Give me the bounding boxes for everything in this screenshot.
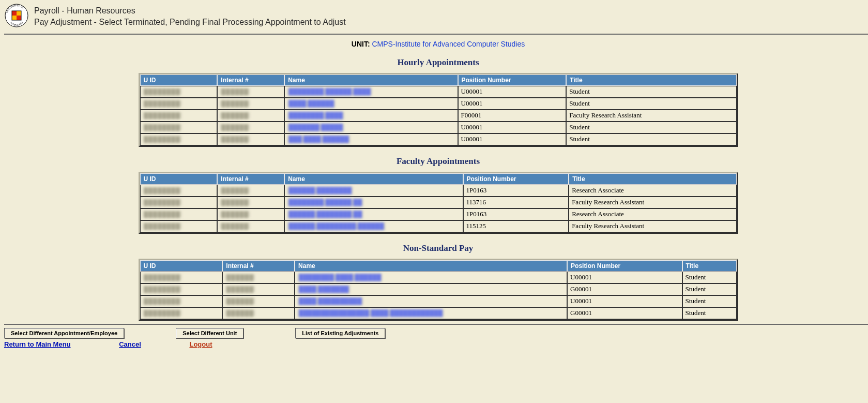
- title-cell: Student: [566, 122, 736, 133]
- internal-cell: ██████: [217, 208, 284, 220]
- internal-cell: ██████: [217, 98, 284, 110]
- table-row: ██████████████████████ ████ ██████U00001…: [140, 272, 737, 283]
- cancel-link[interactable]: Cancel: [119, 340, 141, 348]
- column-header: Position Number: [463, 173, 569, 185]
- divider: [4, 34, 868, 35]
- internal-cell: ██████: [222, 272, 295, 283]
- unit-line: UNIT: CMPS-Institute for Advanced Comput…: [4, 40, 868, 48]
- column-header: U ID: [140, 260, 223, 272]
- page-title-2: Pay Adjustment - Select Terminated, Pend…: [34, 17, 346, 28]
- position-number-cell: U00001: [458, 86, 567, 98]
- position-number-cell: G00001: [567, 283, 682, 295]
- title-cell: Student: [682, 283, 737, 295]
- position-number-cell: 113716: [463, 197, 569, 208]
- position-number-cell: 1P0163: [463, 208, 569, 220]
- table-row: ██████████████████ ███████G00001Student: [140, 283, 737, 295]
- section-heading: Hourly Appointments: [4, 57, 868, 68]
- title-cell: Student: [566, 98, 736, 110]
- internal-cell: ██████: [222, 307, 295, 319]
- column-header: Title: [566, 74, 736, 86]
- name-cell[interactable]: ████████ ██████ ████: [284, 86, 458, 98]
- uid-cell: ████████: [140, 133, 218, 145]
- return-to-main-menu-link[interactable]: Return to Main Menu: [4, 340, 71, 348]
- internal-cell: ██████: [217, 86, 284, 98]
- name-cell[interactable]: ████████ ████: [284, 110, 458, 122]
- table-row: █████████████████████ █████U00001Student: [140, 122, 737, 133]
- page-title-1: Payroll - Human Resources: [34, 5, 346, 17]
- uid-cell: ████████: [140, 86, 218, 98]
- title-cell: Student: [566, 133, 736, 145]
- column-header: U ID: [140, 173, 218, 185]
- column-header: Name: [284, 173, 463, 185]
- university-seal-icon: UNIVERSITY OF MARYLAND: [4, 3, 29, 28]
- position-number-cell: 115125: [463, 220, 569, 232]
- title-cell: Faculty Research Assistant: [569, 220, 736, 232]
- uid-cell: ████████: [140, 110, 218, 122]
- title-cell: Student: [566, 86, 736, 98]
- name-cell[interactable]: ██████ ████████ ██: [284, 208, 463, 220]
- internal-cell: ██████: [217, 220, 284, 232]
- position-number-cell: U00001: [567, 295, 682, 307]
- position-number-cell: G00001: [567, 307, 682, 319]
- title-cell: Student: [682, 272, 737, 283]
- position-number-cell: U00001: [458, 98, 567, 110]
- title-cell: Student: [682, 307, 737, 319]
- uid-cell: ████████: [140, 283, 223, 295]
- name-cell[interactable]: ████████████████ ████ ████████████: [295, 307, 567, 319]
- table-row: █████████████████ ████ ██████U00001Stude…: [140, 133, 737, 145]
- table-row: ████████████████████ ████████1P0163Resea…: [140, 185, 737, 197]
- select-different-unit-button[interactable]: Select Different Unit: [176, 328, 243, 338]
- uid-cell: ████████: [140, 272, 223, 283]
- appointments-table: U IDInternal #NamePosition NumberTitle██…: [139, 172, 738, 234]
- select-different-appointment-button[interactable]: Select Different Appointment/Employee: [4, 328, 124, 338]
- internal-cell: ██████: [217, 133, 284, 145]
- table-row: ████████████████████ █████████ ██████115…: [140, 220, 737, 232]
- name-cell[interactable]: ████████ ██████ ██: [284, 197, 463, 208]
- name-cell[interactable]: ██████ █████████ ██████: [284, 220, 463, 232]
- name-cell[interactable]: ████ ██████: [284, 98, 458, 110]
- svg-rect-5: [12, 16, 17, 20]
- internal-cell: ██████: [217, 197, 284, 208]
- svg-rect-3: [12, 11, 17, 16]
- table-row: ████████████████████ ████████ ██1P0163Re…: [140, 208, 737, 220]
- position-number-cell: U00001: [567, 272, 682, 283]
- title-cell: Faculty Research Assistant: [569, 197, 736, 208]
- column-header: Name: [295, 260, 567, 272]
- internal-cell: ██████: [217, 185, 284, 197]
- section-heading: Faculty Appointments: [4, 156, 868, 167]
- appointments-table: U IDInternal #NamePosition NumberTitle██…: [139, 73, 738, 147]
- column-header: Title: [569, 173, 736, 185]
- table-row: ██████████████████████ ██████ ██113716Fa…: [140, 197, 737, 208]
- title-cell: Research Associate: [569, 208, 736, 220]
- title-cell: Research Associate: [569, 185, 736, 197]
- column-header: Name: [284, 74, 458, 86]
- name-cell[interactable]: ████ ███████: [295, 283, 567, 295]
- column-header: Position Number: [458, 74, 567, 86]
- list-existing-adjustments-button[interactable]: List of Existing Adjustments: [295, 328, 385, 338]
- name-cell[interactable]: ████████ ████ ██████: [295, 272, 567, 283]
- section-heading: Non-Standard Pay: [4, 243, 868, 253]
- internal-cell: ██████: [217, 110, 284, 122]
- unit-link[interactable]: CMPS-Institute for Advanced Computer Stu…: [372, 40, 525, 48]
- divider: [4, 324, 868, 325]
- table-row: ██████████████████████ ██████ ████U00001…: [140, 86, 737, 98]
- svg-rect-6: [17, 16, 21, 20]
- logout-link[interactable]: Logout: [189, 340, 212, 348]
- title-cell: Student: [682, 295, 737, 307]
- column-header: Internal #: [217, 173, 284, 185]
- column-header: Internal #: [217, 74, 284, 86]
- position-number-cell: U00001: [458, 133, 567, 145]
- uid-cell: ████████: [140, 295, 223, 307]
- internal-cell: ██████: [222, 283, 295, 295]
- name-cell[interactable]: ██████ ████████: [284, 185, 463, 197]
- uid-cell: ████████: [140, 220, 218, 232]
- name-cell[interactable]: ███████ █████: [284, 122, 458, 133]
- table-row: ██████████████████ ██████U00001Student: [140, 98, 737, 110]
- table-row: ██████████████████████████████ ████ ████…: [140, 307, 737, 319]
- page-header: UNIVERSITY OF MARYLAND Payroll - Human R…: [4, 2, 868, 28]
- internal-cell: ██████: [217, 122, 284, 133]
- table-row: ██████████████████ ██████████U00001Stude…: [140, 295, 737, 307]
- name-cell[interactable]: ████ ██████████: [295, 295, 567, 307]
- column-header: Internal #: [222, 260, 295, 272]
- name-cell[interactable]: ███ ████ ██████: [284, 133, 458, 145]
